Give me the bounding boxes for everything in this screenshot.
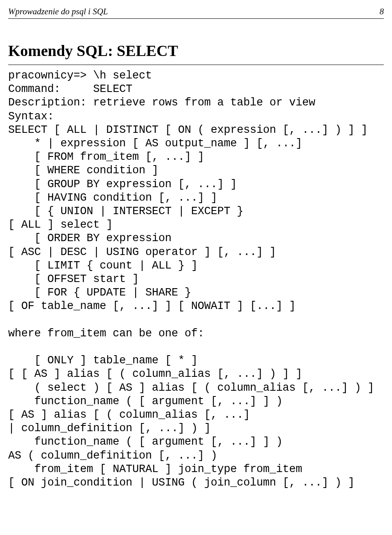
code-line: [ ON join_condition | USING ( join_colum… bbox=[8, 477, 354, 489]
code-block: pracownicy=> \h select Command: SELECT D… bbox=[8, 69, 384, 490]
code-line: [ ORDER BY expression bbox=[8, 232, 172, 244]
code-line: | column_definition [, ...] ) ] bbox=[8, 422, 211, 434]
title-rule bbox=[8, 65, 384, 65]
doc-title: Wprowadzenie do psql i SQL bbox=[8, 7, 108, 17]
section-title: Komendy SQL: SELECT bbox=[8, 42, 384, 60]
code-line: [ HAVING condition [, ...] ] bbox=[8, 192, 217, 204]
page-header: Wprowadzenie do psql i SQL 8 bbox=[8, 7, 384, 19]
code-line: [ LIMIT { count | ALL } ] bbox=[8, 260, 198, 272]
code-line: [ ALL ] select ] bbox=[8, 219, 113, 231]
page-number: 8 bbox=[380, 7, 384, 17]
code-line: * | expression [ AS output_name ] [, ...… bbox=[8, 137, 302, 150]
code-line: Description: retrieve rows from a table … bbox=[8, 96, 315, 109]
code-line: [ GROUP BY expression [, ...] ] bbox=[8, 178, 237, 190]
code-line: Syntax: bbox=[8, 110, 54, 123]
code-line: AS ( column_definition [, ...] ) bbox=[8, 450, 217, 462]
code-line: function_name ( [ argument [, ...] ] ) bbox=[8, 395, 283, 407]
code-line: from_item [ NATURAL ] join_type from_ite… bbox=[8, 463, 302, 475]
code-line: [ { UNION | INTERSECT | EXCEPT } bbox=[8, 205, 243, 217]
code-line: ( select ) [ AS ] alias [ ( column_alias… bbox=[8, 382, 374, 394]
code-line: where from_item can be one of: bbox=[8, 327, 204, 340]
code-line: [ FROM from_item [, ...] ] bbox=[8, 151, 204, 163]
code-line: [ [ AS ] alias [ ( column_alias [, ...] … bbox=[8, 368, 302, 380]
code-line: [ OF table_name [, ...] ] [ NOWAIT ] [..… bbox=[8, 300, 296, 312]
code-line: [ ASC | DESC | USING operator ] [, ...] … bbox=[8, 246, 276, 258]
code-line: [ FOR { UPDATE | SHARE } bbox=[8, 287, 191, 299]
code-line: [ OFFSET start ] bbox=[8, 273, 139, 285]
code-line: [ ONLY ] table_name [ * ] bbox=[8, 354, 198, 367]
code-line: function_name ( [ argument [, ...] ] ) bbox=[8, 436, 283, 448]
code-line: [ AS ] alias [ ( column_alias [, ...] bbox=[8, 409, 250, 421]
code-line: SELECT [ ALL | DISTINCT [ ON ( expressio… bbox=[8, 124, 368, 136]
code-line: Command: SELECT bbox=[8, 83, 132, 95]
code-line: pracownicy=> \h select bbox=[8, 69, 152, 82]
code-line: [ WHERE condition ] bbox=[8, 164, 158, 177]
